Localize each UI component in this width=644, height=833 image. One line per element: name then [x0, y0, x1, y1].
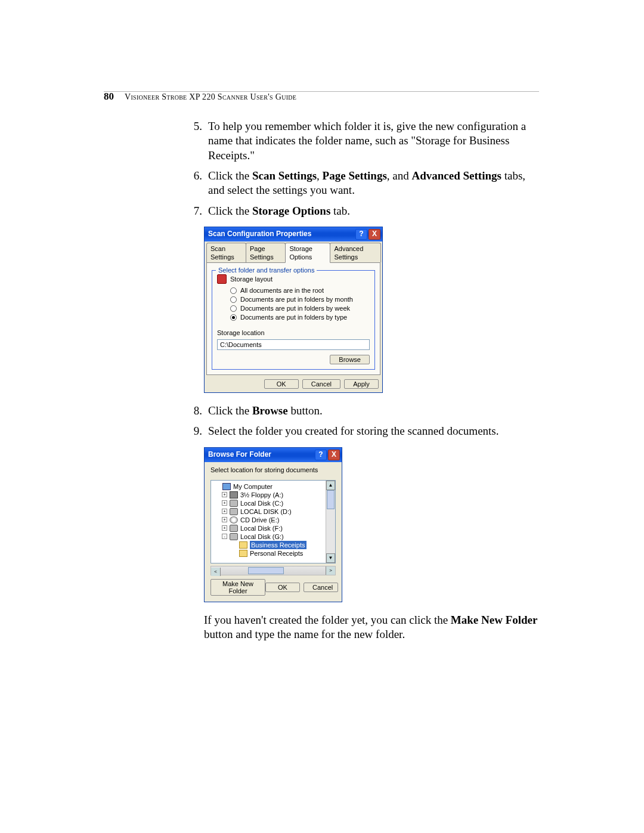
horizontal-scrollbar[interactable]: < > — [210, 566, 336, 575]
browse-button[interactable]: Browse — [330, 355, 370, 364]
node-floppy[interactable]: +3½ Floppy (A:) — [222, 491, 333, 499]
scroll-down-button[interactable]: ▼ — [326, 553, 335, 563]
folder-tree[interactable]: My Computer +3½ Floppy (A:) +Local Disk … — [210, 480, 336, 563]
make-new-folder-button[interactable]: Make New Folder — [210, 579, 265, 596]
expand-icon[interactable]: + — [222, 517, 227, 522]
dialog1-button-row: OK Cancel Apply — [205, 377, 382, 392]
storage-layout-row: Storage layout — [217, 274, 370, 284]
step-6-pre: Click the — [208, 169, 252, 182]
close-button[interactable]: X — [369, 229, 380, 240]
step-7-text: Click the Storage Options tab. — [208, 204, 539, 218]
floppy-icon — [230, 491, 238, 498]
followup-text: If you haven't created the folder yet, y… — [204, 613, 538, 642]
radio-list: All documents are in the root Documents … — [230, 286, 370, 321]
radio-root[interactable]: All documents are in the root — [230, 286, 370, 295]
dialog2-close-button[interactable]: X — [328, 450, 340, 460]
step-5-number: 5. — [187, 119, 202, 163]
step-6-bold1: Scan Settings — [252, 169, 317, 182]
step-5: 5. To help you remember which folder it … — [187, 119, 539, 163]
scroll-left-button[interactable]: < — [211, 568, 221, 576]
cd-icon — [230, 516, 238, 524]
expand-icon[interactable]: + — [222, 509, 227, 514]
page-number: 80 — [104, 91, 114, 103]
step-6-text: Click the Scan Settings, Page Settings, … — [208, 169, 539, 198]
dialog2-help-button[interactable]: ? — [315, 450, 327, 460]
step-8-pre: Click the — [208, 404, 252, 417]
folder-icon — [239, 541, 247, 549]
help-button[interactable]: ? — [355, 229, 367, 240]
step-6: 6. Click the Scan Settings, Page Setting… — [187, 169, 539, 198]
step-5-text: To help you remember which folder it is,… — [208, 119, 539, 163]
step-6-bold2: Page Settings — [323, 169, 387, 182]
computer-icon — [222, 483, 231, 490]
step-9-number: 9. — [187, 424, 202, 438]
radio-month-label: Documents are put in folders by month — [240, 295, 353, 304]
folder-icon — [239, 550, 247, 557]
apply-button[interactable]: Apply — [344, 379, 379, 389]
node-disk-f[interactable]: +Local Disk (F:) — [222, 524, 333, 532]
dialog2-container: Browse For Folder ? X Select location fo… — [204, 447, 539, 602]
node-g-label: Local Disk (G:) — [240, 532, 284, 541]
hdd-icon — [230, 525, 238, 532]
step-8-bold: Browse — [252, 404, 288, 417]
radio-month[interactable]: Documents are put in folders by month — [230, 295, 370, 304]
ok-button[interactable]: OK — [264, 379, 299, 389]
dialog2-instruction: Select location for storing documents — [205, 462, 342, 475]
node-my-computer[interactable]: My Computer — [213, 482, 333, 491]
hdd-icon — [230, 533, 238, 540]
dialog2-button-row: Make New Folder OK Cancel — [205, 577, 342, 602]
hdd-icon — [230, 500, 238, 507]
dialog1-container: Scan Configuration Properties ? X Scan S… — [204, 227, 539, 393]
transfer-options-group: Select folder and transfer options Stora… — [212, 270, 375, 370]
collapse-icon[interactable]: - — [222, 534, 227, 539]
tab-storage-options[interactable]: Storage Options — [285, 243, 330, 263]
step-7-pre: Click the — [208, 205, 252, 217]
scroll-thumb[interactable] — [327, 490, 335, 509]
dialog2-cancel-button[interactable]: Cancel — [304, 583, 338, 592]
followup-pre: If you haven't created the folder yet, y… — [204, 614, 451, 626]
radio-week[interactable]: Documents are put in folders by week — [230, 304, 370, 312]
tab-advanced-settings[interactable]: Advanced Settings — [330, 243, 381, 262]
cancel-button[interactable]: Cancel — [302, 379, 340, 389]
radio-week-label: Documents are put in folders by week — [240, 304, 350, 312]
storage-location-label: Storage location — [217, 329, 370, 337]
storage-location-input[interactable] — [217, 339, 370, 350]
step-7: 7. Click the Storage Options tab. — [187, 204, 539, 218]
dialog2-ok-button[interactable]: OK — [265, 583, 300, 592]
dialog1-title: Scan Configuration Properties — [208, 230, 354, 239]
expand-icon[interactable]: + — [222, 525, 227, 531]
expand-icon[interactable]: + — [222, 500, 227, 506]
storage-layout-icon — [217, 274, 227, 284]
node-disk-c[interactable]: +Local Disk (C:) — [222, 499, 333, 507]
hdd-icon — [230, 508, 238, 515]
node-c-label: Local Disk (C:) — [240, 499, 283, 507]
radio-root-indicator[interactable] — [230, 287, 237, 294]
storage-options-pane: Select folder and transfer options Stora… — [206, 262, 380, 375]
step-7-bold: Storage Options — [252, 205, 330, 217]
radio-month-indicator[interactable] — [230, 296, 237, 303]
dialog1-titlebar[interactable]: Scan Configuration Properties ? X — [205, 227, 382, 241]
step-9-text: Select the folder you created for storin… — [208, 424, 539, 438]
node-business-receipts[interactable]: Business Receipts — [230, 541, 333, 549]
node-personal-receipts[interactable]: Personal Receipts — [230, 549, 333, 558]
scroll-up-button[interactable]: ▲ — [326, 481, 335, 490]
radio-type[interactable]: Documents are put in folders by type — [230, 313, 370, 321]
tab-page-settings[interactable]: Page Settings — [246, 243, 286, 262]
step-6-bold3: Advanced Settings — [411, 169, 501, 182]
radio-week-indicator[interactable] — [230, 305, 237, 312]
step-9: 9. Select the folder you created for sto… — [187, 424, 539, 438]
step-8-number: 8. — [187, 404, 202, 418]
radio-type-indicator[interactable] — [230, 314, 237, 321]
expand-icon[interactable]: + — [222, 492, 227, 497]
dialog2-titlebar[interactable]: Browse For Folder ? X — [205, 448, 342, 462]
node-disk-g[interactable]: -Local Disk (G:) — [222, 532, 333, 541]
node-cd-e[interactable]: +CD Drive (E:) — [222, 516, 333, 524]
node-disk-d[interactable]: +LOCAL DISK (D:) — [222, 507, 333, 516]
dialog2-title: Browse For Folder — [208, 450, 314, 459]
header-title: Visioneer Strobe XP 220 Scanner User's G… — [125, 92, 296, 102]
scroll-right-button[interactable]: > — [326, 566, 335, 575]
tab-scan-settings[interactable]: Scan Settings — [206, 243, 246, 262]
vertical-scrollbar[interactable]: ▲ ▼ — [326, 481, 335, 563]
hscroll-thumb[interactable] — [248, 567, 284, 574]
step-8: 8. Click the Browse button. — [187, 404, 539, 418]
